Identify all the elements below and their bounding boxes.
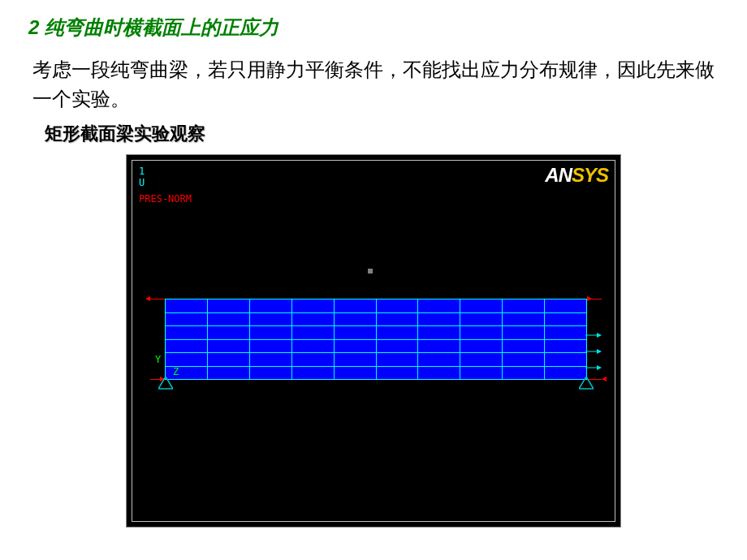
beam-cell <box>418 299 460 312</box>
load-arrowhead-right-top <box>587 296 592 301</box>
legend-u: U <box>139 177 145 188</box>
beam-cell <box>292 340 334 353</box>
beam-cell <box>377 340 418 353</box>
beam-cell <box>208 367 249 380</box>
beam-cell <box>292 367 334 380</box>
beam-cell <box>166 340 207 353</box>
beam-mesh <box>165 299 587 380</box>
beam-cell <box>166 299 207 312</box>
beam-cell <box>460 326 502 339</box>
beam-cell <box>460 313 502 326</box>
beam-cell <box>166 313 207 326</box>
beam-cell <box>545 340 586 353</box>
beam-cell <box>292 353 334 366</box>
load-arrowhead-left-top <box>145 296 150 301</box>
force-arrow-right-2 <box>585 344 602 359</box>
beam-cell <box>377 299 418 312</box>
beam-cell <box>250 340 291 353</box>
ansys-logo-sys: SYS <box>572 164 608 186</box>
beam-cell <box>208 299 249 312</box>
subsection-title: 矩形截面梁实验观察 <box>0 114 747 146</box>
beam-cell <box>377 326 418 339</box>
beam-cell <box>503 313 544 326</box>
beam-cell <box>460 299 502 312</box>
beam-cell <box>377 313 418 326</box>
svg-marker-1 <box>579 377 594 389</box>
beam-cell <box>250 299 291 312</box>
beam-cell <box>166 353 207 366</box>
svg-marker-0 <box>158 377 173 389</box>
force-arrow-right-3 <box>585 360 602 375</box>
beam-cell <box>292 326 334 339</box>
beam-cell <box>335 340 376 353</box>
beam-container: Y Z <box>165 299 587 380</box>
legend-pres-norm: PRES-NORM <box>139 193 192 205</box>
beam-cell <box>166 326 207 339</box>
section-title: 2 纯弯曲时横截面上的正应力 <box>0 0 747 41</box>
beam-cell <box>208 340 249 353</box>
beam-cell <box>208 313 249 326</box>
svg-marker-5 <box>597 349 602 354</box>
beam-cell <box>335 299 376 312</box>
beam-cell <box>418 340 460 353</box>
beam-cell <box>503 340 544 353</box>
beam-cell <box>292 299 334 312</box>
beam-cell <box>250 367 291 380</box>
legend-number: 1 <box>139 166 145 177</box>
beam-cell <box>377 353 418 366</box>
body-paragraph: 考虑一段纯弯曲梁，若只用静力平衡条件，不能找出应力分布规律，因此先来做一个实验。 <box>0 41 747 114</box>
beam-cell <box>335 353 376 366</box>
svg-marker-7 <box>597 365 602 370</box>
beam-cell <box>460 367 502 380</box>
beam-cell <box>335 367 376 380</box>
beam-cell <box>250 326 291 339</box>
ansys-inner-frame: 1 U PRES-NORM ANSYS Y Z <box>132 160 615 522</box>
beam-cell <box>292 313 334 326</box>
beam-cell <box>545 326 586 339</box>
marker-dot <box>368 269 373 274</box>
force-arrow-right-1 <box>585 328 602 342</box>
beam-cell <box>418 313 460 326</box>
load-arrow-left-top <box>150 299 165 299</box>
svg-marker-3 <box>597 333 602 338</box>
ansys-logo-an: AN <box>545 164 572 186</box>
axis-label-z: Z <box>173 366 179 377</box>
beam-cell <box>208 326 249 339</box>
axis-label-y: Y <box>155 354 161 365</box>
support-triangle-left <box>158 377 173 393</box>
beam-cell <box>208 353 249 366</box>
beam-cell <box>503 367 544 380</box>
beam-cell <box>418 367 460 380</box>
beam-cell <box>377 367 418 380</box>
beam-cell <box>335 326 376 339</box>
beam-cell <box>335 313 376 326</box>
beam-cell <box>418 326 460 339</box>
beam-cell <box>503 299 544 312</box>
beam-cell <box>545 313 586 326</box>
ansys-viewport: 1 U PRES-NORM ANSYS Y Z <box>126 154 621 528</box>
beam-cell <box>545 299 586 312</box>
beam-cell <box>418 353 460 366</box>
beam-cell <box>460 353 502 366</box>
ansys-logo: ANSYS <box>545 164 608 187</box>
beam-cell <box>503 353 544 366</box>
beam-cell <box>250 313 291 326</box>
beam-cell <box>250 353 291 366</box>
beam-cell <box>545 353 586 366</box>
beam-cell <box>503 326 544 339</box>
support-triangle-right <box>579 377 594 393</box>
beam-cell <box>460 340 502 353</box>
load-arrowhead-right-bottom <box>602 377 607 381</box>
